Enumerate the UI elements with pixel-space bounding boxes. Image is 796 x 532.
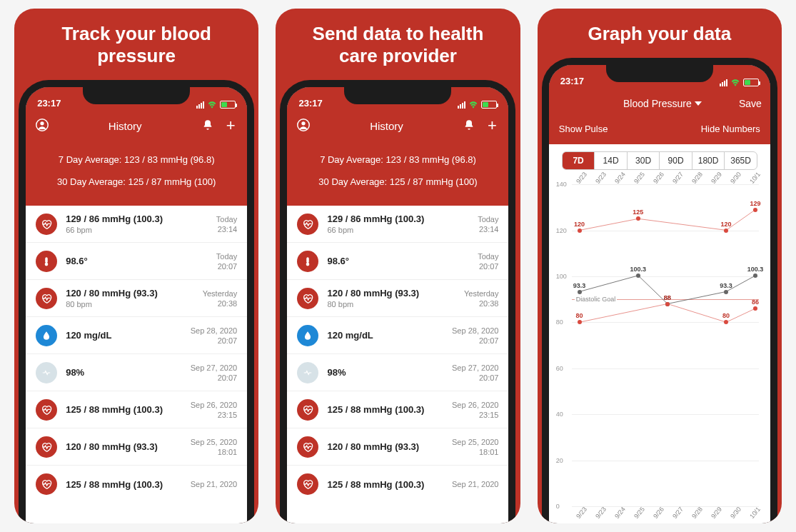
panel-title: Track your blood pressure bbox=[14, 9, 258, 71]
reading-value: 125 / 88 mmHg (100.3) bbox=[66, 404, 191, 415]
nav-title: History bbox=[311, 120, 461, 132]
list-item[interactable]: 125 / 88 mmHg (100.3)Sep 21, 2020 bbox=[287, 466, 508, 503]
chart-point-pul[interactable] bbox=[753, 273, 757, 278]
averages-header: 7 Day Average: 123 / 83 mmHg (96.8) 30 D… bbox=[26, 140, 247, 206]
chart-point-pul[interactable] bbox=[724, 290, 728, 294]
chart-label: 125 bbox=[633, 209, 643, 216]
reading-value: 125 / 88 mmHg (100.3) bbox=[327, 479, 452, 490]
svg-point-7 bbox=[306, 263, 310, 266]
segment-180D[interactable]: 180D bbox=[692, 152, 725, 169]
notch bbox=[606, 64, 713, 82]
reading-timestamp: Today23:14 bbox=[478, 214, 498, 235]
chart-point-dia[interactable] bbox=[724, 320, 728, 324]
list-item[interactable]: 98%Sep 27, 202020:07 bbox=[26, 354, 247, 391]
reading-timestamp: Today23:14 bbox=[216, 214, 237, 235]
droplet-icon bbox=[297, 325, 318, 346]
phone-mock-3: 23:17 Blood Pressure Save Show Pulse Hid… bbox=[542, 58, 777, 523]
seven-day-average: 7 Day Average: 123 / 83 mmHg (96.8) bbox=[287, 149, 508, 171]
segment-7D[interactable]: 7D bbox=[563, 152, 595, 169]
list-item[interactable]: 125 / 88 mmHg (100.3)Sep 21, 2020 bbox=[26, 466, 247, 503]
show-pulse-toggle[interactable]: Show Pulse bbox=[559, 124, 608, 134]
chart-point-dia[interactable] bbox=[753, 306, 757, 311]
chart-point-pul[interactable] bbox=[578, 290, 582, 294]
chart-point-dia[interactable] bbox=[578, 320, 582, 324]
chart-label: 129 bbox=[750, 200, 761, 207]
svg-point-1 bbox=[41, 121, 44, 125]
chart-label: 120 bbox=[721, 221, 732, 228]
chart-point-sys[interactable] bbox=[636, 216, 640, 221]
reading-value: 120 mg/dL bbox=[327, 330, 452, 341]
phone-mock-1: 23:17 History + 7 Day Average: 123 / 83 … bbox=[19, 80, 254, 523]
reading-value: 98.6° bbox=[327, 256, 478, 266]
history-list-2[interactable]: 129 / 86 mmHg (100.3)66 bpmToday23:1498.… bbox=[287, 206, 508, 523]
reading-value: 125 / 88 mmHg (100.3) bbox=[66, 479, 191, 490]
segment-90D[interactable]: 90D bbox=[660, 152, 692, 169]
chart-point-sys[interactable] bbox=[753, 208, 757, 212]
svg-rect-2 bbox=[45, 257, 48, 263]
status-time: 23:17 bbox=[560, 76, 584, 86]
bell-icon[interactable] bbox=[200, 119, 216, 133]
status-time: 23:17 bbox=[298, 98, 322, 109]
chart-body[interactable]: 140120100806040200Diastolic Goal12012512… bbox=[555, 184, 762, 506]
panel-title: Send data to health care provider bbox=[276, 9, 520, 71]
reading-timestamp: Sep 27, 202020:07 bbox=[452, 363, 498, 383]
list-item[interactable]: 120 / 80 mmHg (93.3)Sep 25, 202018:01 bbox=[287, 428, 508, 466]
chart-point-dia[interactable] bbox=[665, 302, 670, 306]
hide-numbers-toggle[interactable]: Hide Numbers bbox=[701, 124, 760, 134]
save-button[interactable]: Save bbox=[739, 98, 762, 109]
chart-point-sys[interactable] bbox=[724, 229, 728, 233]
bell-icon[interactable] bbox=[461, 119, 477, 133]
reading-value: 120 / 80 mmHg (93.3) bbox=[66, 288, 202, 298]
segment-365D[interactable]: 365D bbox=[725, 152, 757, 169]
list-item[interactable]: 98.6°Today20:07 bbox=[287, 243, 508, 280]
list-item[interactable]: 98.6°Today20:07 bbox=[26, 243, 247, 280]
heart-icon bbox=[36, 436, 57, 458]
metric-selector[interactable]: Blood Pressure bbox=[623, 98, 702, 109]
nav-bar: History + bbox=[26, 111, 247, 140]
chart-point-sys[interactable] bbox=[578, 229, 582, 233]
history-list-1[interactable]: 129 / 86 mmHg (100.3)66 bpmToday23:1498.… bbox=[26, 206, 247, 523]
heart-icon bbox=[297, 399, 318, 421]
heart-icon bbox=[297, 288, 318, 309]
list-item[interactable]: 98%Sep 27, 202020:07 bbox=[287, 354, 508, 391]
list-item[interactable]: 129 / 86 mmHg (100.3)66 bpmToday23:14 bbox=[287, 206, 508, 243]
heart-icon bbox=[297, 214, 318, 235]
thirty-day-average: 30 Day Average: 125 / 87 mmHg (100) bbox=[26, 171, 247, 193]
top-axis-dates: 9/239/239/249/259/269/279/289/299/3010/1 bbox=[555, 174, 765, 181]
notch bbox=[344, 86, 451, 104]
nav-bar: Blood Pressure Save bbox=[549, 89, 770, 118]
oxygen-icon bbox=[36, 362, 57, 383]
chart-point-pul[interactable] bbox=[636, 273, 640, 278]
heart-icon bbox=[36, 399, 57, 421]
segment-14D[interactable]: 14D bbox=[595, 152, 628, 169]
profile-icon[interactable] bbox=[296, 119, 311, 134]
metric-title: Blood Pressure bbox=[623, 98, 692, 109]
segment-30D[interactable]: 30D bbox=[628, 152, 660, 169]
heart-icon bbox=[297, 473, 318, 495]
list-item[interactable]: 120 mg/dLSep 28, 202020:07 bbox=[26, 317, 247, 354]
reading-timestamp: Sep 21, 2020 bbox=[452, 479, 498, 489]
reading-timestamp: Sep 26, 202023:15 bbox=[191, 400, 237, 421]
reading-timestamp: Yesterday20:38 bbox=[203, 288, 238, 309]
list-item[interactable]: 120 / 80 mmHg (93.3)80 bpmYesterday20:38 bbox=[26, 280, 247, 317]
profile-icon[interactable] bbox=[34, 119, 50, 134]
reading-timestamp: Sep 25, 202018:01 bbox=[452, 437, 498, 458]
reading-sub: 80 bpm bbox=[327, 300, 463, 308]
svg-point-5 bbox=[302, 121, 306, 125]
range-segmented-control[interactable]: 7D14D30D90D180D365D bbox=[562, 151, 757, 170]
plus-icon[interactable]: + bbox=[484, 116, 500, 135]
list-item[interactable]: 120 mg/dLSep 28, 202020:07 bbox=[287, 317, 508, 354]
svg-rect-6 bbox=[307, 257, 310, 263]
bottom-axis-dates: 9/239/239/249/259/269/279/289/299/3010/1 bbox=[555, 509, 765, 516]
nav-title: History bbox=[50, 120, 200, 132]
list-item[interactable]: 120 / 80 mmHg (93.3)80 bpmYesterday20:38 bbox=[287, 280, 508, 317]
plus-icon[interactable]: + bbox=[223, 116, 238, 135]
list-item[interactable]: 120 / 80 mmHg (93.3)Sep 25, 202018:01 bbox=[26, 428, 247, 466]
reading-timestamp: Sep 28, 202020:07 bbox=[191, 326, 237, 346]
reading-value: 120 / 80 mmHg (93.3) bbox=[66, 441, 191, 452]
wifi-icon bbox=[468, 101, 478, 109]
reading-sub: 66 bpm bbox=[66, 226, 216, 234]
list-item[interactable]: 125 / 88 mmHg (100.3)Sep 26, 202023:15 bbox=[287, 391, 508, 428]
list-item[interactable]: 125 / 88 mmHg (100.3)Sep 26, 202023:15 bbox=[26, 391, 247, 428]
list-item[interactable]: 129 / 86 mmHg (100.3)66 bpmToday23:14 bbox=[26, 206, 247, 243]
